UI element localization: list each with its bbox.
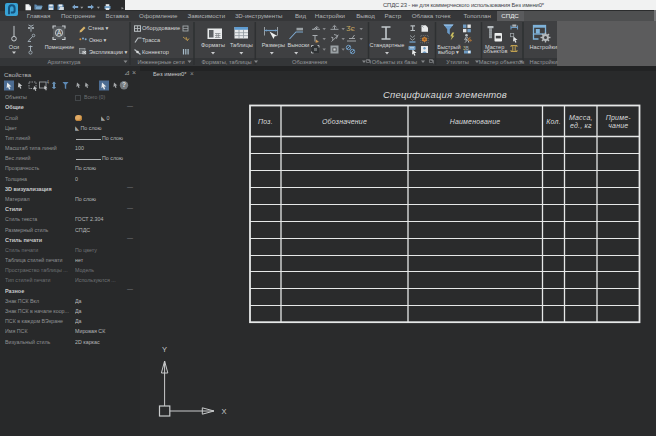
svg-text:Наименование: Наименование [450,118,501,125]
svg-text:Кол.: Кол. [546,118,561,125]
svg-text:Масса,: Масса, [569,114,593,121]
svg-text:ӠЄ: ӠЄ [346,24,356,33]
svg-text:X: X [221,407,226,416]
svg-text:Обозначение: Обозначение [322,118,367,125]
svg-text:ед., кг: ед., кг [570,122,592,129]
svg-text:Y: Y [162,345,167,354]
svg-text:ЗВ: ЗВ [463,46,469,51]
svg-text:4: 4 [47,80,50,85]
svg-text:Поз.: Поз. [258,118,273,125]
svg-text:чание: чание [608,122,628,129]
svg-text:Спецификация элементов: Спецификация элементов [383,89,507,100]
svg-text:?: ? [122,81,126,88]
